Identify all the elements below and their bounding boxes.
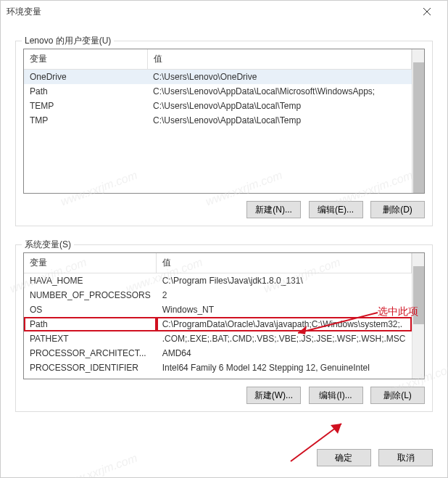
cell-variable: TEMP [24,99,147,113]
system-group-label: 系统变量(S) [22,239,74,251]
table-row[interactable]: HAVA_HOME C:\Program Files\Java\jdk1.8.0… [24,273,412,289]
system-edit-button[interactable]: 编辑(I)... [309,387,363,404]
close-icon [423,8,431,15]
cell-value: C:\Users\Lenovo\AppData\Local\Microsoft\… [147,84,412,99]
cell-variable: PATHEXT [24,331,157,346]
cell-variable: OneDrive [24,70,147,85]
cell-variable: Path [24,84,147,99]
cell-value: C:\Users\Lenovo\AppData\Local\Temp [147,113,412,128]
cell-value: Intel64 Family 6 Model 142 Stepping 12, … [157,360,412,375]
cell-variable: OS [24,302,157,317]
user-edit-button[interactable]: 编辑(E)... [309,201,363,218]
cell-value: AMD64 [157,346,412,360]
cell-variable: PROCESSOR_ARCHITECT... [24,346,157,360]
dialog-title: 环境变量 [7,6,412,18]
cell-value: C:\Program Files\Java\jdk1.8.0_131\ [157,273,412,289]
table-row[interactable]: Path C:\Users\Lenovo\AppData\Local\Micro… [24,84,412,99]
cell-variable: NUMBER_OF_PROCESSORS [24,288,157,302]
system-button-row: 新建(W)... 编辑(I)... 删除(L) [23,387,425,404]
user-group-label: Lenovo 的用户变量(U) [22,35,114,47]
titlebar[interactable]: 环境变量 [1,1,447,22]
user-variables-group: Lenovo 的用户变量(U) 变量 值 OneDrive [15,41,433,226]
user-button-row: 新建(N)... 编辑(E)... 删除(D) [23,201,425,218]
system-delete-button[interactable]: 删除(L) [370,387,425,404]
svg-line-0 [298,313,378,333]
svg-marker-1 [298,326,307,334]
svg-line-2 [291,424,341,461]
user-header-variable[interactable]: 变量 [24,49,147,70]
table-row[interactable]: PROCESSOR_IDENTIFIER Intel64 Family 6 Mo… [24,360,412,375]
arrow-icon [287,418,352,465]
system-header-value[interactable]: 值 [157,253,412,273]
table-row[interactable]: TMP C:\Users\Lenovo\AppData\Local\Temp [24,113,412,128]
user-variables-table-container[interactable]: 变量 值 OneDrive C:\Users\Lenovo\OneDrive P… [23,49,425,194]
table-row[interactable]: OneDrive C:\Users\Lenovo\OneDrive [24,70,412,85]
close-button[interactable] [412,1,441,22]
user-variables-table[interactable]: 变量 值 OneDrive C:\Users\Lenovo\OneDrive P… [24,49,412,128]
scrollbar-thumb[interactable] [413,62,424,193]
table-row[interactable]: PROCESSOR_ARCHITECT... AMD64 [24,346,412,360]
cell-value: C:\Users\Lenovo\OneDrive [147,70,412,85]
cell-value: C:\Users\Lenovo\AppData\Local\Temp [147,99,412,113]
dialog-content: Lenovo 的用户变量(U) 变量 值 OneDrive [1,22,447,419]
cell-variable: PROCESSOR_IDENTIFIER [24,360,157,375]
cell-value: 2 [157,288,412,302]
system-new-button[interactable]: 新建(W)... [246,387,301,404]
user-header-value[interactable]: 值 [147,49,412,70]
cell-variable: HAVA_HOME [24,273,157,289]
arrow-to-edit-button [287,418,352,468]
watermark: www.xxrjm.com [59,452,139,478]
env-variables-dialog: 环境变量 Lenovo 的用户变量(U) 变量 值 [0,0,448,478]
system-header-variable[interactable]: 变量 [24,253,157,273]
user-scrollbar[interactable] [412,49,424,193]
svg-marker-3 [331,424,341,434]
table-row[interactable]: NUMBER_OF_PROCESSORS 2 [24,288,412,302]
user-new-button[interactable]: 新建(N)... [246,201,301,218]
user-delete-button[interactable]: 删除(D) [370,201,425,218]
arrow-to-path-row [291,305,385,341]
cell-variable: Path [24,317,157,331]
cell-variable: TMP [24,113,147,128]
table-row[interactable]: TEMP C:\Users\Lenovo\AppData\Local\Temp [24,99,412,113]
arrow-icon [291,305,385,338]
cancel-button[interactable]: 取消 [378,449,433,466]
